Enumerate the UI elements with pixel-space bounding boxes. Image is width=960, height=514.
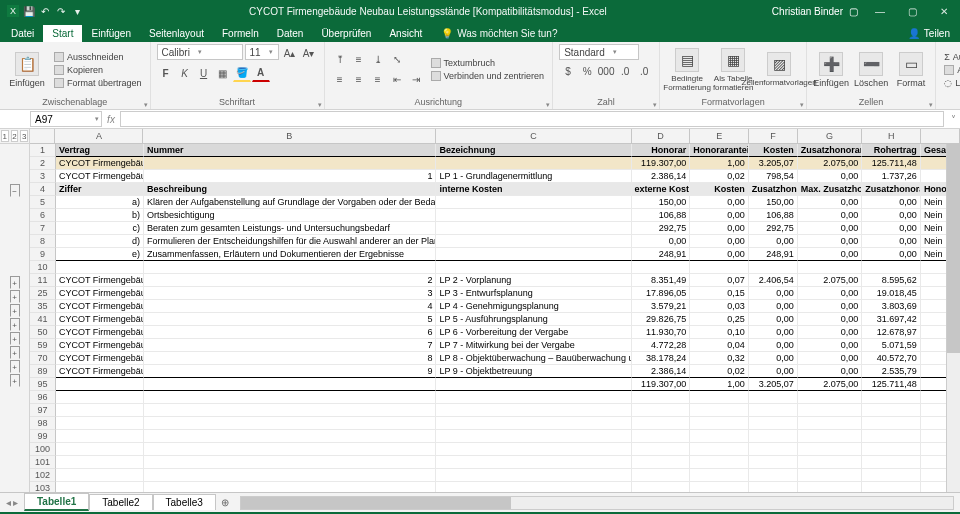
cell[interactable]: [632, 417, 691, 430]
cell[interactable]: 3.205,07: [749, 378, 798, 391]
row-header[interactable]: 2: [30, 157, 56, 170]
cell[interactable]: [749, 391, 798, 404]
cell[interactable]: Beraten zum gesamten Leistungs- und Unte…: [144, 222, 437, 235]
insert-cells-button[interactable]: ➕Einfügen: [813, 50, 849, 90]
cell[interactable]: LP 5 - Ausführungsplanung: [436, 313, 631, 326]
tell-me[interactable]: 💡Was möchten Sie tun?: [431, 25, 567, 42]
cell[interactable]: [749, 482, 798, 492]
cell[interactable]: CYCOT Firmengebäude: [56, 339, 144, 352]
align-left-button[interactable]: ≡: [331, 71, 349, 89]
tab-überprüfen[interactable]: Überprüfen: [312, 25, 380, 42]
row-header[interactable]: 59: [30, 339, 56, 352]
name-box[interactable]: A97: [30, 111, 102, 127]
font-color-button[interactable]: A: [252, 64, 270, 82]
cell[interactable]: 1,00: [690, 157, 749, 170]
cell[interactable]: 0,03: [690, 300, 749, 313]
row-header[interactable]: 96: [30, 391, 56, 404]
cell[interactable]: [436, 235, 631, 248]
cell[interactable]: [632, 482, 691, 492]
cell[interactable]: LP 3 - Entwurfsplanung: [436, 287, 631, 300]
cell[interactable]: [798, 391, 863, 404]
tab-datei[interactable]: Datei: [2, 25, 43, 42]
cell[interactable]: LP 2 - Vorplanung: [436, 274, 631, 287]
cell[interactable]: [798, 482, 863, 492]
cell[interactable]: [56, 443, 144, 456]
cell[interactable]: CYCOT Firmengebäude: [56, 157, 144, 170]
cell[interactable]: Max. Zusatzhono: [798, 183, 863, 196]
cell[interactable]: 0,00: [798, 222, 863, 235]
cell[interactable]: 17.896,05: [632, 287, 691, 300]
cell[interactable]: 0,10: [690, 326, 749, 339]
paste-button[interactable]: 📋Einfügen: [6, 50, 48, 90]
indent-dec-button[interactable]: ⇤: [388, 71, 406, 89]
col-header-D[interactable]: D: [632, 129, 691, 143]
cell[interactable]: [798, 417, 863, 430]
cell[interactable]: 0,00: [862, 222, 921, 235]
cell[interactable]: [144, 417, 437, 430]
cell[interactable]: 0,00: [749, 300, 798, 313]
cell[interactable]: Beschreibung: [144, 183, 437, 196]
cell[interactable]: [862, 443, 921, 456]
tab-daten[interactable]: Daten: [268, 25, 313, 42]
cell[interactable]: 0,00: [690, 222, 749, 235]
cell[interactable]: 2.386,14: [632, 365, 691, 378]
cell[interactable]: 0,00: [690, 196, 749, 209]
horizontal-scrollbar[interactable]: [240, 496, 954, 510]
cell[interactable]: 3.579,21: [632, 300, 691, 313]
cell[interactable]: e): [56, 248, 144, 261]
row-header[interactable]: 99: [30, 430, 56, 443]
number-format-select[interactable]: Standard: [559, 44, 639, 60]
cell[interactable]: Nummer: [144, 144, 437, 157]
cell[interactable]: 2: [144, 274, 437, 287]
cell[interactable]: [436, 430, 631, 443]
cell[interactable]: 106,88: [632, 209, 691, 222]
cell[interactable]: 4: [144, 300, 437, 313]
cell[interactable]: Klären der Aufgabenstellung auf Grundlag…: [144, 196, 437, 209]
cell[interactable]: 8.595,62: [862, 274, 921, 287]
row-header[interactable]: 95: [30, 378, 56, 391]
cell[interactable]: [690, 482, 749, 492]
inc-decimal-button[interactable]: .0: [616, 62, 634, 80]
row-header[interactable]: 50: [30, 326, 56, 339]
sheet-tab-tabelle2[interactable]: Tabelle2: [89, 494, 152, 510]
col-header-F[interactable]: F: [749, 129, 798, 143]
conditional-format-button[interactable]: ▤Bedingte Formatierung: [666, 46, 708, 94]
cell[interactable]: 0,00: [749, 339, 798, 352]
cell[interactable]: 0,15: [690, 287, 749, 300]
cell[interactable]: 0,00: [798, 235, 863, 248]
col-header-G[interactable]: G: [798, 129, 862, 143]
fx-icon[interactable]: fx: [102, 114, 120, 125]
cell[interactable]: [56, 261, 144, 274]
cell[interactable]: CYCOT Firmengebäude: [56, 365, 144, 378]
cell[interactable]: 248,91: [632, 248, 691, 261]
cell[interactable]: a): [56, 196, 144, 209]
cell[interactable]: [632, 391, 691, 404]
cell[interactable]: LP 4 - Genehmigungsplanung: [436, 300, 631, 313]
cell[interactable]: 7: [144, 339, 437, 352]
row-header[interactable]: 89: [30, 365, 56, 378]
cell[interactable]: 106,88: [749, 209, 798, 222]
comma-button[interactable]: 000: [597, 62, 615, 80]
cell[interactable]: externe Kost: [632, 183, 691, 196]
cell[interactable]: 0,00: [749, 287, 798, 300]
cell[interactable]: [632, 430, 691, 443]
cell[interactable]: 19.018,45: [862, 287, 921, 300]
cell[interactable]: [436, 456, 631, 469]
cell[interactable]: Ortsbesichtigung: [144, 209, 437, 222]
cell[interactable]: 0,00: [798, 170, 863, 183]
cell[interactable]: 150,00: [632, 196, 691, 209]
format-cells-button[interactable]: ▭Format: [893, 50, 929, 90]
cell[interactable]: [632, 456, 691, 469]
cell[interactable]: [632, 443, 691, 456]
tab-start[interactable]: Start: [43, 25, 82, 42]
cell[interactable]: [144, 378, 437, 391]
row-header[interactable]: 98: [30, 417, 56, 430]
cell[interactable]: [144, 482, 437, 492]
align-top-button[interactable]: ⤒: [331, 51, 349, 69]
cell[interactable]: 0,00: [862, 209, 921, 222]
format-painter-button[interactable]: Format übertragen: [52, 77, 144, 89]
cell[interactable]: 8: [144, 352, 437, 365]
cell[interactable]: [436, 469, 631, 482]
cell[interactable]: 248,91: [749, 248, 798, 261]
cell[interactable]: [436, 261, 631, 274]
